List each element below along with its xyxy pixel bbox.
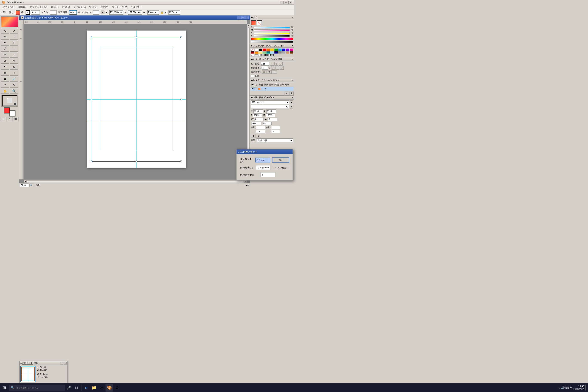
vert-scale-input[interactable]: 100%	[266, 114, 275, 117]
new-layer-btn[interactable]: +	[284, 92, 289, 95]
swatch-pat1[interactable]	[251, 54, 254, 56]
font-down-icon[interactable]: ▼	[290, 100, 293, 104]
align-outside[interactable]: ⬜	[272, 70, 277, 74]
cap-round[interactable]: )	[274, 62, 278, 66]
chart-tool[interactable]: ▦	[1, 70, 9, 76]
zoom-icon[interactable]: 🔍	[30, 184, 33, 187]
gradient-tool[interactable]: ▣	[1, 76, 9, 82]
swatch-cyan[interactable]	[278, 48, 282, 51]
language-select[interactable]: 英語: 米国	[256, 138, 293, 142]
active-tool-display[interactable]: ⬜ ⬛	[2, 95, 17, 106]
line-tool[interactable]: ╱	[1, 46, 9, 52]
auto-input1[interactable]	[256, 126, 265, 129]
canvas-scroll-area[interactable]	[24, 24, 247, 180]
swatch-darkorange[interactable]	[255, 51, 258, 54]
menu-view[interactable]: 表示(V)	[99, 5, 110, 9]
eyedropper-tool[interactable]: 💉	[10, 76, 18, 82]
minimize-button[interactable]: －	[280, 1, 284, 4]
fill-color-box[interactable]	[4, 108, 10, 114]
direct-selection-tool[interactable]: ↗	[10, 28, 18, 34]
swatch-teal[interactable]	[266, 51, 270, 54]
handle-bm[interactable]	[136, 160, 137, 162]
swatch-gray2[interactable]	[282, 51, 286, 54]
swatch-brown[interactable]	[290, 51, 293, 54]
swatch-gray1[interactable]	[278, 51, 282, 54]
handle-br[interactable]	[180, 160, 182, 162]
rotate-tool[interactable]: ↺	[1, 58, 9, 64]
pen-tool[interactable]: ✒	[1, 40, 9, 46]
swatch-lightgreen[interactable]	[262, 51, 266, 54]
magic-wand-tool[interactable]: ✦	[1, 34, 9, 40]
scissors-tool[interactable]: ✂	[1, 82, 9, 88]
font-style-select[interactable]: -	[251, 105, 289, 109]
auto-input2[interactable]	[271, 126, 280, 129]
swatch-none[interactable]	[251, 48, 254, 51]
cap-square[interactable]: □	[279, 62, 282, 66]
tracking-input[interactable]: 0	[268, 118, 277, 121]
stroke-color-swatch[interactable]: ⊕	[26, 10, 30, 14]
italic-btn[interactable]: T	[256, 134, 261, 138]
swatch-pink[interactable]	[290, 48, 293, 51]
delete-layer-btn[interactable]: 🗑	[289, 92, 294, 95]
close-button[interactable]: ×	[288, 1, 292, 4]
layer-eye[interactable]: 👁	[251, 87, 254, 90]
swatch-pat2[interactable]	[255, 54, 258, 56]
color-spectrum[interactable]	[251, 38, 293, 40]
handle-tr[interactable]	[180, 36, 182, 38]
join-round[interactable]: ⌒	[276, 66, 280, 70]
k-slider[interactable]	[254, 35, 290, 37]
stroke-width-spinbox[interactable]: 1 pt	[261, 62, 269, 66]
swatch-navy[interactable]	[274, 51, 278, 54]
zoom-tool[interactable]: 🔍	[10, 88, 18, 94]
handle-ml[interactable]	[91, 99, 92, 100]
blend-tool[interactable]: ◈	[10, 64, 18, 70]
lock-icon[interactable]: 🔒	[160, 10, 164, 14]
type-tool[interactable]: T	[10, 40, 18, 46]
font-size-input[interactable]: 32 pt	[254, 110, 263, 113]
menu-window[interactable]: ウィンドウ(W)	[110, 5, 130, 9]
gray-spectrum[interactable]	[251, 40, 293, 43]
menu-type[interactable]: 書式(T)	[49, 5, 60, 9]
pt-input2[interactable]: 0°	[271, 130, 280, 133]
rotation-input[interactable]: 0%	[262, 122, 272, 125]
swatch-white[interactable]	[255, 48, 258, 51]
lasso-tool[interactable]: ⌇	[10, 34, 18, 40]
swatch-gradient2[interactable]	[266, 54, 270, 56]
scroll-right[interactable]: ►	[247, 184, 249, 186]
stroke-panel-header[interactable]: ◆ パス 線 グラデーション 透明 ▼	[250, 58, 294, 61]
join-miter[interactable]: ⌐	[271, 66, 275, 70]
hand-tool[interactable]: ✋	[1, 88, 9, 94]
swatches-panel-header[interactable]: ◆ スリオツナ ソフン ノングボル ▼	[250, 44, 294, 48]
handle-bl[interactable]	[91, 160, 92, 162]
handle-tm[interactable]	[136, 36, 137, 38]
font-family-select[interactable]: MS ゴシック	[251, 100, 289, 104]
doc-maximize[interactable]: □	[241, 16, 245, 19]
leading-input[interactable]: 11 pt	[266, 110, 276, 113]
brush-input[interactable]	[50, 10, 56, 14]
align-center[interactable]: ◫	[267, 70, 272, 74]
menu-select[interactable]: 選択(S)	[60, 5, 72, 9]
scale-tool[interactable]: ⇲	[10, 58, 18, 64]
menu-filter[interactable]: フィルタ(L)	[72, 5, 87, 9]
y-input[interactable]: 177.514 mm	[128, 10, 142, 14]
handle-mr[interactable]	[180, 99, 182, 100]
stroke-width-input[interactable]: 1 pt	[31, 10, 40, 14]
fill-preview[interactable]	[251, 20, 256, 25]
swatch-purple[interactable]	[286, 48, 290, 51]
ratio-input[interactable]	[260, 172, 276, 177]
swatch-pat3[interactable]	[258, 54, 262, 56]
ok-button[interactable]: OK	[272, 157, 289, 162]
fill-color-swatch[interactable]	[16, 10, 20, 14]
rect-tool[interactable]: □	[10, 46, 18, 52]
swatch-black[interactable]	[258, 48, 262, 51]
offset-input[interactable]	[255, 158, 270, 162]
layer-lock[interactable]: □	[254, 87, 257, 90]
pencil-tool[interactable]: ✏	[1, 52, 9, 58]
swatch-tan[interactable]	[286, 51, 290, 54]
swatch-green[interactable]	[274, 48, 278, 51]
cancel-button[interactable]: キャンセル	[272, 165, 289, 170]
swatch-lightblue[interactable]	[270, 51, 274, 54]
layer-item[interactable]: 👁 □ 1レイ	[250, 87, 294, 91]
color-panel-header[interactable]: ◆ カラー ▼	[250, 16, 294, 19]
y-slider[interactable]	[254, 32, 290, 34]
